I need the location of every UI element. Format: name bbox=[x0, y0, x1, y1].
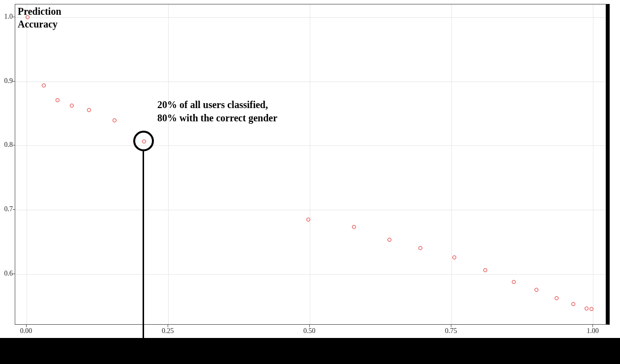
footer-black-strip bbox=[0, 338, 620, 364]
data-point bbox=[534, 288, 538, 292]
y-tick-label: 0.7 bbox=[0, 205, 13, 213]
chart-container: Prediction Accuracy 20% of all users cla… bbox=[0, 0, 620, 364]
gridline-vertical bbox=[27, 4, 27, 324]
gridline-horizontal bbox=[15, 17, 606, 18]
x-tick-label: 0.75 bbox=[445, 327, 457, 335]
y-axis-title: Prediction Accuracy bbox=[18, 5, 61, 30]
y-tick-mark bbox=[13, 274, 15, 274]
x-tick-label: 0.00 bbox=[20, 327, 32, 335]
data-point bbox=[590, 307, 593, 311]
data-point bbox=[87, 108, 91, 112]
x-tick-label: 0.25 bbox=[162, 327, 174, 335]
data-point bbox=[56, 98, 59, 102]
y-tick-label: 0.8 bbox=[0, 141, 13, 149]
data-point bbox=[352, 225, 356, 229]
y-tick-mark bbox=[13, 209, 15, 210]
gridline-horizontal bbox=[15, 82, 606, 82]
x-tick-label: 1.00 bbox=[587, 327, 599, 335]
y-axis-title-line1: Prediction bbox=[18, 6, 61, 17]
data-point bbox=[42, 84, 46, 87]
annotation-line1: 20% of all users classified, bbox=[157, 99, 268, 110]
y-tick-label: 0.9 bbox=[0, 77, 13, 85]
data-point bbox=[387, 238, 391, 242]
data-point bbox=[306, 218, 310, 222]
gridline-vertical bbox=[451, 4, 452, 324]
data-point bbox=[585, 307, 589, 310]
y-tick-label: 0.6 bbox=[0, 270, 13, 278]
y-axis-title-line2: Accuracy bbox=[18, 19, 58, 29]
gridline-vertical bbox=[168, 4, 169, 324]
x-tick-label: 0.50 bbox=[303, 327, 316, 335]
gridline-vertical bbox=[593, 4, 593, 324]
plot-area bbox=[15, 4, 610, 325]
annotation-highlight-circle bbox=[133, 131, 154, 151]
gridline-horizontal bbox=[15, 210, 606, 210]
y-tick-mark bbox=[13, 145, 15, 145]
data-point bbox=[70, 104, 74, 108]
gridline-horizontal bbox=[15, 274, 606, 275]
data-point bbox=[555, 296, 559, 300]
annotation-leader-line bbox=[143, 151, 144, 338]
annotation-line2: 80% with the correct gender bbox=[157, 112, 277, 123]
gridline-vertical bbox=[310, 4, 310, 324]
data-point bbox=[452, 255, 456, 259]
annotation-text: 20% of all users classified, 80% with th… bbox=[157, 98, 277, 125]
gridline-horizontal bbox=[15, 145, 606, 146]
data-point bbox=[113, 118, 117, 122]
data-point bbox=[571, 302, 575, 306]
data-point bbox=[418, 246, 422, 250]
y-tick-mark bbox=[13, 17, 15, 17]
data-point bbox=[512, 280, 516, 284]
data-point bbox=[483, 268, 487, 272]
y-tick-mark bbox=[13, 81, 15, 82]
y-tick-label: 1.0 bbox=[0, 13, 13, 21]
